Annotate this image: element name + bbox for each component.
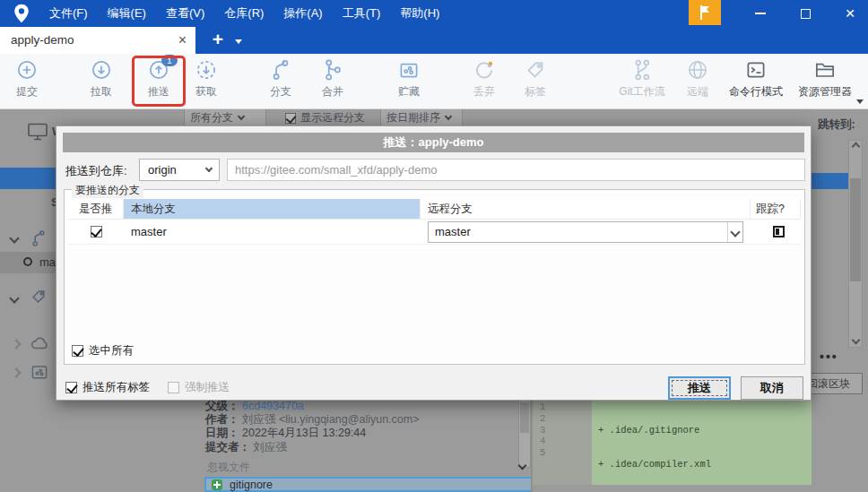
toolbar-merge-label: 合并 — [297, 84, 369, 99]
file-added-icon — [212, 479, 222, 490]
show-remote-checkbox-group[interactable]: 显示远程分支 — [285, 110, 365, 125]
committer-label: 提交者： — [205, 441, 250, 453]
graph-selected-row-fragment — [812, 173, 848, 189]
toolbar-commit-button[interactable]: 提交 — [0, 57, 63, 99]
push-to-repo-label: 推送到仓库: — [65, 163, 127, 179]
show-remote-checkbox[interactable] — [285, 113, 296, 124]
diff-line-numbers: 1 2 3 4 5 — [533, 400, 592, 485]
toolbar-tag-button[interactable]: 标签 — [499, 57, 571, 99]
sidebar-workspace-item[interactable]: W — [27, 122, 48, 142]
toolbar-merge-button[interactable]: 合并 — [297, 57, 369, 99]
flag-annotation-button[interactable] — [689, 0, 721, 25]
toolbar-terminal-label: 命令行模式 — [720, 84, 792, 99]
tab-label: apply-demo — [11, 27, 74, 54]
branch-filter-dropdown[interactable]: 所有分支 — [184, 109, 266, 126]
sidebar-stash-chevron-icon[interactable] — [11, 367, 21, 377]
toolbar-explorer-button[interactable]: 资源管理器 — [789, 57, 861, 99]
line-number: 3 — [540, 425, 592, 436]
new-tab-button[interactable]: + — [206, 27, 230, 54]
scrollbar-thumb[interactable] — [520, 402, 529, 433]
maximize-button[interactable] — [786, 0, 825, 27]
scroll-down-icon[interactable] — [852, 336, 861, 345]
column-push[interactable]: 是否推 — [68, 199, 124, 220]
more-options-button[interactable]: ••• — [820, 350, 838, 364]
scroll-up-icon[interactable] — [852, 142, 861, 151]
minimize-icon — [755, 13, 766, 14]
flag-icon — [697, 4, 713, 22]
remote-branch-combobox[interactable]: master — [428, 221, 743, 243]
tab-bar: apply-demo × + — [0, 27, 868, 54]
column-track[interactable]: 跟踪? — [751, 199, 801, 220]
minimize-button[interactable] — [741, 0, 780, 27]
branches-group-label: 要推送的分支 — [72, 183, 143, 198]
branches-to-push-group: 要推送的分支 是否推 本地分支 远程分支 跟踪? master master — [64, 189, 805, 365]
push-dialog: 推送：apply-demo 推送到仓库: origin https://gite… — [56, 125, 812, 401]
combobox-dropdown-icon[interactable] — [727, 222, 742, 242]
menu-help[interactable]: 帮助(H) — [390, 0, 449, 27]
select-all-checkbox[interactable] — [72, 345, 83, 357]
terminal-icon — [720, 57, 792, 84]
commit-details-panel: 父级： 6cd493470a 作者： 刘应强 <liu.yingqiang@al… — [205, 400, 420, 454]
sidebar-remotes-chevron-icon[interactable] — [11, 339, 21, 349]
show-remote-label: 显示远程分支 — [300, 110, 365, 125]
chevron-down-icon — [205, 165, 213, 172]
sort-filter-dropdown[interactable]: 按日期排序 — [380, 109, 463, 126]
repo-url-field[interactable]: https://gitee.com/small_xfd/apply-demo — [227, 159, 805, 181]
cancel-button[interactable]: 取消 — [741, 376, 803, 400]
local-branch-value: master — [131, 225, 167, 238]
force-push-checkbox[interactable] — [168, 382, 179, 393]
parent-hash-link[interactable]: 6cd493470a — [242, 400, 304, 412]
menu-tools[interactable]: 工具(T) — [333, 0, 391, 27]
select-all-label: 选中所有 — [89, 343, 134, 358]
file-sort-dropdown[interactable]: 忽视文件 — [207, 460, 250, 475]
menu-edit[interactable]: 编辑(E) — [98, 0, 156, 27]
file-name-label: gitignore — [230, 479, 273, 491]
select-all-group[interactable]: 选中所有 — [72, 343, 134, 358]
explorer-folder-icon — [789, 57, 861, 84]
track-status-icon[interactable] — [773, 226, 785, 237]
menu-repository[interactable]: 仓库(R) — [214, 0, 273, 27]
monitor-icon — [27, 122, 48, 142]
chevron-down-icon — [445, 112, 452, 119]
push-button[interactable]: 推送 — [668, 376, 731, 400]
force-push-label: 强制推送 — [185, 380, 230, 395]
toolbar-terminal-button[interactable]: 命令行模式 — [720, 57, 792, 99]
toolbar-stash-button[interactable]: 贮藏 — [373, 57, 445, 99]
tab-close-icon[interactable]: × — [178, 27, 187, 53]
file-list-item-gitignore[interactable]: gitignore — [204, 477, 533, 492]
commit-parent-row: 父级： 6cd493470a — [205, 400, 420, 413]
diff-line: + .idea/.gitignore — [598, 425, 812, 436]
toolbar-fetch-button[interactable]: 获取 — [170, 57, 242, 99]
parent-label: 父级： — [205, 400, 239, 412]
push-all-tags-checkbox[interactable] — [65, 382, 77, 393]
table-row-master: master master — [68, 220, 801, 245]
commit-date-row: 日期： 2022年4月13日 13:29:44 — [205, 427, 420, 440]
scrollbar-thumb[interactable] — [850, 178, 861, 281]
maximize-icon — [801, 9, 811, 19]
main-toolbar: 提交 拉取 1 推送 获取 分支 — [0, 54, 868, 109]
remote-select-value: origin — [148, 163, 177, 177]
column-remote-branch[interactable]: 远程分支 — [421, 199, 751, 220]
menu-actions[interactable]: 操作(A) — [273, 0, 332, 27]
close-icon: × — [845, 0, 855, 27]
remote-select[interactable]: origin — [139, 159, 220, 181]
line-number: 5 — [540, 447, 592, 459]
menu-view[interactable]: 查看(V) — [156, 0, 214, 27]
menu-file[interactable]: 文件(F) — [39, 0, 98, 27]
force-push-group[interactable]: 强制推送 — [168, 380, 230, 395]
push-all-tags-group[interactable]: 推送所有标签 — [65, 380, 150, 395]
column-local-branch[interactable]: 本地分支 — [124, 199, 421, 220]
graph-scrollbar[interactable] — [848, 140, 863, 348]
tab-dropdown-icon[interactable] — [235, 39, 242, 44]
date-value: 2022年4月13日 13:29:44 — [242, 427, 366, 439]
author-value: 刘应强 <liu.yingqiang@aliyun.com> — [242, 413, 420, 426]
merge-icon — [297, 57, 369, 84]
toolbar-tag-label: 标签 — [499, 84, 571, 99]
tab-apply-demo[interactable]: apply-demo × — [0, 27, 195, 54]
close-button[interactable]: × — [830, 0, 868, 27]
push-branch-checkbox[interactable] — [91, 226, 102, 237]
toolbar-overflow-icon[interactable] — [856, 99, 864, 104]
sidebar-tags-chevron-icon[interactable] — [9, 293, 19, 303]
sidebar-branches-chevron-icon[interactable] — [9, 233, 19, 243]
commit-panel-scrollbar[interactable] — [518, 400, 531, 468]
